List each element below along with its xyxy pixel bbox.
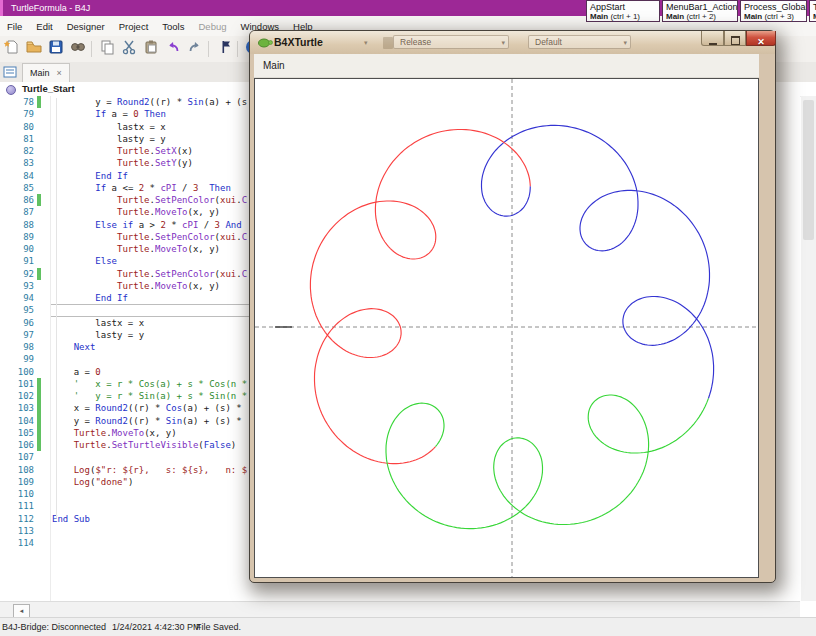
toolbar-separator <box>237 41 238 57</box>
code-text: Else <box>52 256 117 266</box>
minimize-button[interactable] <box>701 31 724 46</box>
code-text: Turtle.MoveTo(x, y) <box>52 281 220 291</box>
line-number: 84 <box>0 170 34 182</box>
editor-horizontal-scrollbar[interactable]: ◂ <box>0 601 800 618</box>
change-bar <box>37 402 41 414</box>
menu-item-designer[interactable]: Designer <box>60 17 112 37</box>
change-bar <box>37 366 41 378</box>
tab-main-label: Main <box>30 68 50 78</box>
line-number: 103 <box>0 402 34 414</box>
menu-item-project[interactable]: Project <box>112 17 156 37</box>
line-number: 104 <box>0 415 34 427</box>
tab-main[interactable]: Main× <box>22 63 70 82</box>
b4j-ide-window: TurtleFormula - B4J FileEditDesignerProj… <box>0 0 816 636</box>
bookmark-icon[interactable] <box>214 39 234 59</box>
line-number: 85 <box>0 182 34 194</box>
turtle-window-title-bar[interactable]: B4XTurtle ▾ Release▾ Default▾ ✕ <box>250 31 775 54</box>
line-number: 78 <box>0 96 34 108</box>
change-bar <box>37 341 41 353</box>
ghost-conditional-symbols-combobox: Default▾ <box>528 35 631 49</box>
code-text: Turtle.SetPenColor(xui.C <box>52 232 247 242</box>
change-bar <box>37 280 41 292</box>
line-number: 81 <box>0 133 34 145</box>
line-number: 107 <box>0 451 34 463</box>
toolbar-separator <box>91 41 92 57</box>
change-bar <box>37 439 41 451</box>
copy-icon[interactable] <box>97 39 117 59</box>
change-bar <box>37 464 41 476</box>
curve-segment-red <box>310 130 530 464</box>
change-bar <box>37 170 41 182</box>
menu-item-tools[interactable]: Tools <box>155 17 191 37</box>
vscroll-thumb[interactable] <box>803 100 814 240</box>
turtle-icon <box>257 37 273 49</box>
find-icon[interactable] <box>68 39 88 59</box>
code-text: End If <box>52 171 128 181</box>
change-bar <box>37 243 41 255</box>
code-text: End Sub <box>52 514 90 524</box>
curve-segment-green <box>386 395 708 529</box>
code-text: ' y = r * Sin(a) + s * Sin(n * a) <box>52 391 263 401</box>
menu-item-debug[interactable]: Debug <box>191 17 233 37</box>
undo-icon[interactable] <box>163 39 183 59</box>
paste-icon[interactable] <box>141 39 161 59</box>
line-number: 102 <box>0 390 34 402</box>
line-number: 110 <box>0 488 34 500</box>
close-button[interactable]: ✕ <box>746 31 776 46</box>
turtle-window-menu-bar: Main <box>254 54 759 78</box>
status-bar: B4J-Bridge: Disconnected 1/24/2021 4:42:… <box>0 617 816 636</box>
change-bar <box>37 121 41 133</box>
turtle-menu-main[interactable]: Main <box>254 54 294 77</box>
quick-button-menubar1_action[interactable]: MenuBar1_ActionMain (ctrl + 2) <box>662 0 738 22</box>
code-text: Turtle.SetPenColor(xui.C <box>52 269 247 279</box>
code-text: lasty = y <box>52 134 166 144</box>
maximize-button[interactable] <box>724 31 746 46</box>
line-number: 101 <box>0 378 34 390</box>
curve-segment-blue <box>482 125 714 398</box>
line-number: 111 <box>0 500 34 512</box>
modules-icon[interactable] <box>3 65 17 83</box>
line-number: 88 <box>0 219 34 231</box>
menu-item-file[interactable]: File <box>0 17 29 37</box>
code-text: x = Round2((r) * Cos(a) + (s) * <box>52 403 247 413</box>
app-icon <box>0 0 3 16</box>
maximize-icon <box>731 36 740 45</box>
open-project-icon[interactable] <box>24 39 44 59</box>
menu-item-edit[interactable]: Edit <box>29 17 59 37</box>
code-text: Log("done") <box>52 477 133 487</box>
change-bar <box>37 537 41 549</box>
code-text: Turtle.MoveTo(x, y) <box>52 428 177 438</box>
tab-close-icon[interactable]: × <box>57 68 62 78</box>
quick-button-appstart[interactable]: AppStartMain (ctrl + 1) <box>586 0 660 22</box>
change-bar <box>37 513 41 525</box>
quick-button-process_globals[interactable]: Process_GlobalsMain (ctrl + 3) <box>740 0 807 22</box>
line-number: 106 <box>0 439 34 451</box>
code-text: Turtle.MoveTo(x, y) <box>52 207 220 217</box>
editor-vertical-scrollbar[interactable] <box>801 96 816 601</box>
redo-icon[interactable] <box>185 39 205 59</box>
hscroll-left-arrow-icon[interactable]: ◂ <box>13 604 30 618</box>
change-bar <box>37 451 41 463</box>
code-text: Log($"r: ${r}, s: ${s}, n: $ <box>52 465 247 475</box>
save-icon[interactable] <box>46 39 66 59</box>
line-number: 108 <box>0 464 34 476</box>
change-bar <box>37 415 41 427</box>
code-text: lasty = y <box>52 330 144 340</box>
line-number: 99 <box>0 353 34 365</box>
change-bar <box>37 488 41 500</box>
line-number: 92 <box>0 268 34 280</box>
change-bar <box>37 304 41 316</box>
line-number: 113 <box>0 525 34 537</box>
ghost-toolbar-caret-icon: ▾ <box>364 39 368 47</box>
code-text: If a = 0 Then <box>52 109 166 119</box>
cut-icon[interactable] <box>119 39 139 59</box>
line-number: 105 <box>0 427 34 439</box>
quick-button-t[interactable]: TM <box>809 0 816 22</box>
code-text: y = Round2((r) * Sin(a) + (s) * <box>52 416 247 426</box>
line-number: 97 <box>0 329 34 341</box>
toolbar-separator <box>208 41 209 57</box>
change-bar <box>37 231 41 243</box>
b4xturtle-window[interactable]: B4XTurtle ▾ Release▾ Default▾ ✕ Main <box>249 30 776 583</box>
turtle-window-title: B4XTurtle <box>274 31 323 53</box>
new-file-icon[interactable] <box>2 39 22 59</box>
